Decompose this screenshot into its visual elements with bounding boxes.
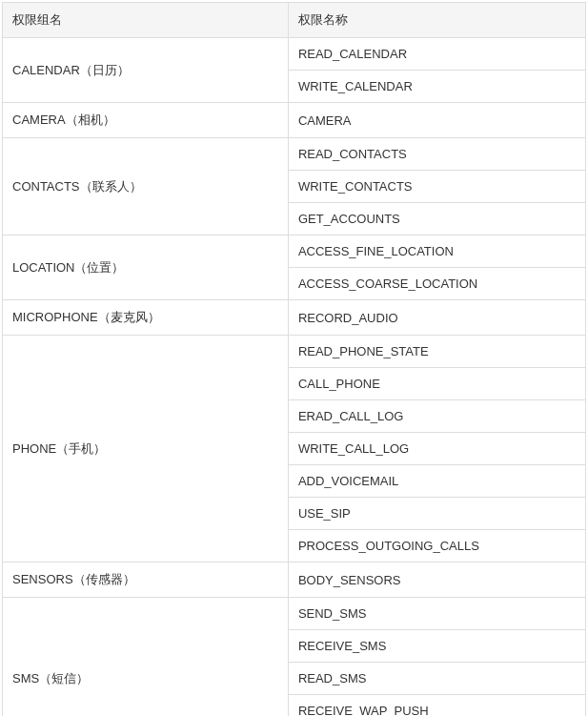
permission-cell: USE_SIP <box>288 498 585 530</box>
group-cell: PHONE（手机） <box>3 336 289 563</box>
table-row: CALENDAR（日历）READ_CALENDAR <box>3 38 586 71</box>
permission-cell: ACCESS_COARSE_LOCATION <box>288 268 585 300</box>
group-cell: MICROPHONE（麦克风） <box>3 300 289 336</box>
permission-cell: READ_CALENDAR <box>288 38 585 71</box>
permission-cell: READ_PHONE_STATE <box>288 336 585 368</box>
permission-cell: SEND_SMS <box>288 598 585 630</box>
permission-cell: READ_SMS <box>288 663 585 695</box>
group-cell: CONTACTS（联系人） <box>3 138 289 235</box>
group-cell: CAMERA（相机） <box>3 103 289 138</box>
group-cell: LOCATION（位置） <box>3 235 289 300</box>
permission-cell: GET_ACCOUNTS <box>288 203 585 235</box>
table-row: SENSORS（传感器）BODY_SENSORS <box>3 563 586 598</box>
permission-cell: WRITE_CALL_LOG <box>288 433 585 465</box>
permission-cell: ACCESS_FINE_LOCATION <box>288 235 585 268</box>
permission-cell: READ_CONTACTS <box>288 138 585 171</box>
table-header-row: 权限组名 权限名称 <box>3 3 586 38</box>
permission-cell: ADD_VOICEMAIL <box>288 465 585 498</box>
permission-cell: RECEIVE_WAP_PUSH <box>288 695 585 717</box>
group-cell: SENSORS（传感器） <box>3 563 289 598</box>
permission-cell: ERAD_CALL_LOG <box>288 400 585 433</box>
permission-cell: RECEIVE_SMS <box>288 630 585 663</box>
table-row: CAMERA（相机）CAMERA <box>3 103 586 138</box>
table-row: PHONE（手机）READ_PHONE_STATE <box>3 336 586 368</box>
permission-cell: RECORD_AUDIO <box>288 300 585 336</box>
table-row: SMS（短信）SEND_SMS <box>3 598 586 630</box>
group-cell: CALENDAR（日历） <box>3 38 289 103</box>
group-cell: SMS（短信） <box>3 598 289 717</box>
header-permission: 权限名称 <box>288 3 585 38</box>
permission-cell: BODY_SENSORS <box>288 563 585 598</box>
table-row: MICROPHONE（麦克风）RECORD_AUDIO <box>3 300 586 336</box>
table-row: CONTACTS（联系人）READ_CONTACTS <box>3 138 586 171</box>
permission-cell: WRITE_CONTACTS <box>288 171 585 203</box>
permission-cell: PROCESS_OUTGOING_CALLS <box>288 530 585 563</box>
permissions-table: 权限组名 权限名称 CALENDAR（日历）READ_CALENDARWRITE… <box>2 2 586 716</box>
permission-cell: WRITE_CALENDAR <box>288 71 585 103</box>
permission-cell: CALL_PHONE <box>288 368 585 400</box>
permission-cell: CAMERA <box>288 103 585 138</box>
table-row: LOCATION（位置）ACCESS_FINE_LOCATION <box>3 235 586 268</box>
header-group: 权限组名 <box>3 3 289 38</box>
